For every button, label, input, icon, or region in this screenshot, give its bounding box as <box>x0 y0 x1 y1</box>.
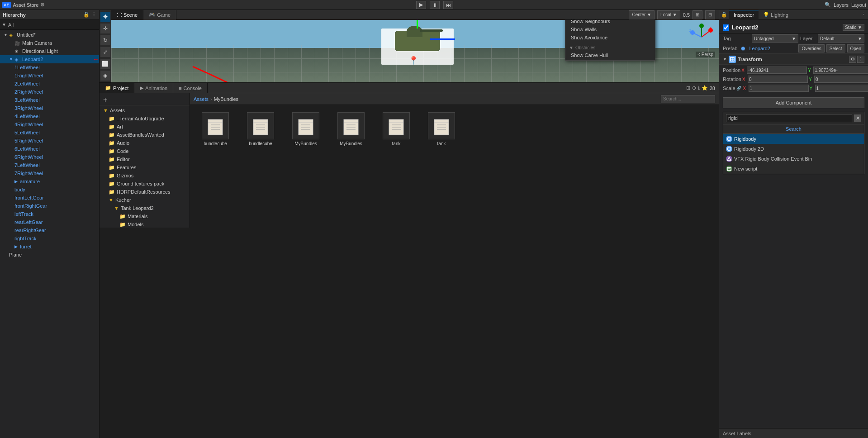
project-features[interactable]: 📁 Features <box>100 163 190 171</box>
new-script-result[interactable]: New script <box>723 164 864 174</box>
tree-item-rearrightgear[interactable]: rearRightGear <box>0 226 99 234</box>
tree-item-1rightwheel[interactable]: 1RightWheel <box>0 71 99 80</box>
project-ground-textures[interactable]: 📁 Ground textures pack <box>100 180 190 188</box>
tool-scale[interactable]: ⤢ <box>100 47 110 57</box>
path-assets[interactable]: Assets <box>194 96 209 102</box>
hierarchy-menu-icon[interactable]: ⋮ <box>91 12 96 18</box>
play-button[interactable]: ▶ <box>416 1 426 9</box>
inspector-menu-icon[interactable]: ⋮ <box>859 12 868 18</box>
animation-tab[interactable]: ▶ Animation <box>134 83 173 93</box>
path-mybundles[interactable]: MyBundles <box>214 96 238 102</box>
project-assets-root[interactable]: ▼ Assets <box>100 106 190 114</box>
asset-bundlecube-1[interactable]: bundlecube <box>197 112 233 146</box>
top-icon-1[interactable]: ⚙ <box>40 2 45 8</box>
ae-logo[interactable]: AE <box>2 2 11 8</box>
grid2-btn[interactable]: ⊟ <box>705 10 715 19</box>
project-kucher[interactable]: ▼ Kucher <box>100 196 190 204</box>
tool-cursor[interactable]: ✥ <box>100 12 110 22</box>
tree-item-armature[interactable]: ▶ armature <box>0 177 99 186</box>
project-editor[interactable]: 📁 Editor <box>100 155 190 163</box>
tool-rect[interactable]: ⬜ <box>100 59 110 69</box>
project-tab[interactable]: 📁 Project <box>100 83 134 93</box>
tree-item-untitled[interactable]: ▼ ◈ Untitled* <box>0 31 99 39</box>
tree-item-lefttrack[interactable]: leftTrack <box>0 210 99 218</box>
tree-item-7rightwheel[interactable]: 7RightWheel <box>0 169 99 177</box>
asset-mybundles-2[interactable]: MyBundles <box>333 112 369 146</box>
tree-item-righttrack[interactable]: rightTrack <box>0 234 99 243</box>
tree-item-1leftwheel[interactable]: 1LeftWheel <box>0 63 99 71</box>
asset-bundlecube-2[interactable]: bundlecube <box>242 112 279 146</box>
tag-dropdown[interactable]: Untagged ▼ <box>752 34 798 43</box>
tree-item-main-camera[interactable]: 🎥 Main Camera <box>0 39 99 47</box>
project-search-input[interactable] <box>661 95 715 103</box>
rigidbody2d-result[interactable]: Rigidbody 2D <box>723 144 864 154</box>
tree-item-3rightwheel[interactable]: 3RightWheel <box>0 104 99 112</box>
transform-component-header[interactable]: ▼ Transform ⚙ ⋮ <box>719 54 868 65</box>
lighting-tab[interactable]: 💡 Lighting <box>759 10 793 20</box>
step-button[interactable]: ⏭ <box>443 1 453 9</box>
tree-item-turret[interactable]: ▶ turret <box>0 243 99 251</box>
show-avoidance-item[interactable]: Show Avoidance <box>569 33 651 42</box>
bottom-icon1[interactable]: ⊞ <box>686 85 690 91</box>
tree-item-rearleftgear[interactable]: rearLeftGear <box>0 218 99 226</box>
project-code[interactable]: 📁 Code <box>100 147 190 155</box>
tree-item-body[interactable]: body <box>0 186 99 194</box>
position-y-input[interactable] <box>813 67 868 74</box>
pause-button[interactable]: ⏸ <box>430 1 440 9</box>
tree-item-6rightwheel[interactable]: 6RightWheel <box>0 153 99 161</box>
lock-icon-inspector[interactable]: 🔓 <box>719 12 729 18</box>
transform-overflow-btn[interactable]: ⋮ <box>857 56 864 63</box>
project-hdrp[interactable]: 📁 HDRPDefaultResources <box>100 188 190 196</box>
layout-label[interactable]: Layout <box>851 2 866 8</box>
scale-y-input[interactable] <box>815 85 868 92</box>
tree-item-5rightwheel[interactable]: 5RightWheel <box>0 137 99 145</box>
position-x-input[interactable] <box>747 67 807 74</box>
project-gizmos[interactable]: 📁 Gizmos <box>100 171 190 180</box>
project-assetbundles[interactable]: 📁 AssetBundlesWanted <box>100 131 190 139</box>
center-btn[interactable]: Center ▼ <box>629 10 655 19</box>
hierarchy-lock-icon[interactable]: 🔓 <box>83 12 90 18</box>
project-audio[interactable]: 📁 Audio <box>100 139 190 147</box>
show-neighbours-item[interactable]: Show Neighbours <box>569 20 651 25</box>
asset-tank-1[interactable]: tank <box>378 112 414 146</box>
scene-tab[interactable]: ⛶ Scene <box>111 10 143 20</box>
project-materials[interactable]: 📁 Materials <box>100 212 190 220</box>
tree-item-plane[interactable]: Plane <box>0 251 99 259</box>
show-walls-item[interactable]: Show Walls <box>569 25 651 33</box>
search-button[interactable]: Search <box>723 124 864 134</box>
add-icon[interactable]: + <box>103 96 107 104</box>
transform-settings-btn[interactable]: ⚙ <box>849 56 856 63</box>
tool-rotate[interactable]: ↻ <box>100 35 110 45</box>
overrides-btn[interactable]: Overrides <box>798 44 824 52</box>
show-carve-hull-item[interactable]: Show Carve Hull <box>569 51 651 59</box>
tree-item-frontleftgear[interactable]: frontLeftGear <box>0 194 99 202</box>
bottom-icon3[interactable]: ℹ <box>698 85 700 91</box>
tool-move[interactable]: ✛ <box>100 24 110 33</box>
tree-item-dir-light[interactable]: ☀ Directional Light <box>0 47 99 55</box>
inspector-tab[interactable]: Inspector <box>729 10 759 20</box>
comp-search-close-btn[interactable]: ✕ <box>854 114 861 122</box>
hierarchy-dropdown-icon[interactable]: ▼ <box>2 22 6 27</box>
tree-item-7leftwheel[interactable]: 7LeftWheel <box>0 161 99 169</box>
asset-tank-2[interactable]: tank <box>423 112 460 146</box>
vfx-result[interactable]: VFX Rigid Body Collision Event Bin <box>723 154 864 164</box>
open-btn[interactable]: Open <box>847 44 864 52</box>
tree-item-5leftwheel[interactable]: 5LeftWheel <box>0 129 99 137</box>
search-icon-top[interactable]: 🔍 <box>825 2 831 8</box>
component-search-input[interactable] <box>726 114 852 122</box>
project-terrain-auto[interactable]: 📁 _TerrainAutoUpgrade <box>100 114 190 123</box>
layers-label[interactable]: Layers <box>834 2 849 8</box>
object-active-checkbox[interactable] <box>723 24 729 31</box>
add-component-button[interactable]: Add Component <box>723 97 864 108</box>
asset-mybundles-1[interactable]: MyBundles <box>288 112 324 146</box>
scene-view[interactable]: X Y Z < Persp <box>111 20 719 82</box>
tree-item-2leftwheel[interactable]: 2LeftWheel <box>0 80 99 88</box>
bottom-icon4[interactable]: ⭐ <box>702 85 708 91</box>
tree-item-3leftwheel[interactable]: 3LeftWheel <box>0 96 99 104</box>
tree-item-6leftwheel[interactable]: 6LeftWheel <box>0 145 99 153</box>
game-tab[interactable]: 🎮 Game <box>143 10 176 20</box>
scale-link-icon[interactable]: 🔗 <box>736 86 741 90</box>
local-btn[interactable]: Local ▼ <box>657 10 680 19</box>
select-btn[interactable]: Select <box>826 44 845 52</box>
rotation-y-input[interactable] <box>814 76 868 83</box>
